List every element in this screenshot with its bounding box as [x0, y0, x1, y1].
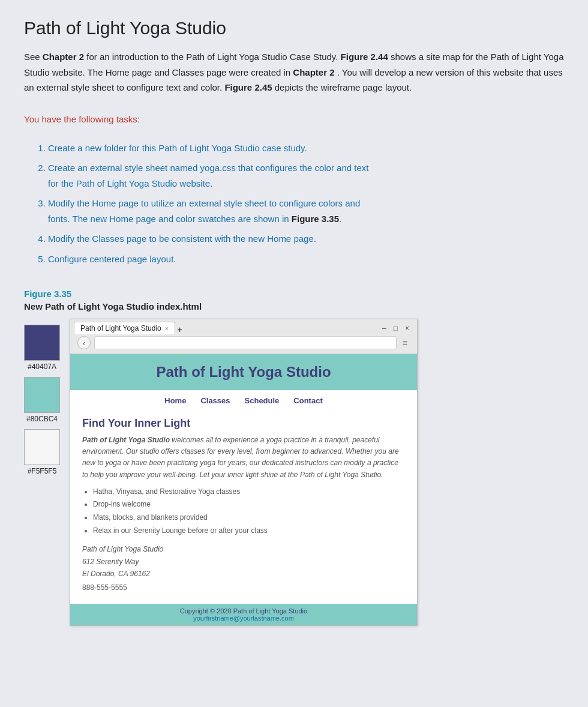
site-address: Path of Light Yoga Studio 612 Serenity W… [82, 543, 405, 580]
intro-text-last: depicts the wireframe page layout. [275, 82, 412, 92]
new-tab-icon[interactable]: + [177, 324, 182, 334]
url-input[interactable] [94, 336, 397, 349]
task-item-1: Create a new folder for this Path of Lig… [48, 140, 564, 156]
swatch-3: #F5F5F5 [24, 429, 60, 475]
address-street: 612 Serenity Way [82, 558, 139, 566]
figure-container: #40407A #80CBC4 #F5F5F5 Path of Light Yo… [24, 319, 564, 626]
address-name: Path of Light Yoga Studio [82, 545, 163, 553]
close-window-icon[interactable]: × [403, 324, 411, 332]
intro-paragraph: See Chapter 2 for an introduction to the… [24, 49, 564, 95]
bullet-1: Hatha, Vinyasa, and Restorative Yoga cla… [93, 486, 405, 499]
chapter2-ref: Chapter 2 [43, 52, 84, 62]
swatch-color-2 [24, 377, 60, 413]
swatch-label-1: #40407A [28, 363, 56, 371]
figure245-ref: Figure 2.45 [224, 82, 272, 92]
site-headline: Find Your Inner Light [82, 417, 405, 430]
nav-classes[interactable]: Classes [200, 396, 230, 405]
swatch-1: #40407A [24, 325, 60, 371]
nav-schedule[interactable]: Schedule [245, 396, 280, 405]
task-item-2: Create an external style sheet named yog… [48, 160, 564, 191]
tasks-list: Create a new folder for this Path of Lig… [48, 140, 564, 267]
site-body-text: Path of Light Yoga Studio welcomes all t… [82, 435, 405, 481]
swatch-label-3: #F5F5F5 [28, 467, 57, 475]
website-content: Path of Light Yoga Studio HomeClassesSch… [70, 354, 417, 625]
site-main: Find Your Inner Light Path of Light Yoga… [70, 410, 417, 604]
task-item-5: Configure centered page layout. [48, 251, 564, 267]
tasks-label: You have the following tasks: [24, 114, 564, 124]
swatch-color-1 [24, 325, 60, 361]
swatch-color-3 [24, 429, 60, 465]
task-item-3: Modify the Home page to utilize an exter… [48, 196, 564, 226]
tab-area: Path of Light Yoga Studio × + [74, 322, 182, 334]
browser-chrome: Path of Light Yoga Studio × + – □ × ‹ ≡ [70, 319, 417, 354]
site-nav: HomeClassesScheduleContact [70, 390, 417, 410]
back-button[interactable]: ‹ [77, 336, 91, 349]
bullet-3: Mats, blocks, and blankets provided [93, 511, 405, 525]
bullet-2: Drop-ins welcome [93, 498, 405, 511]
figure-caption: New Path of Light Yoga Studio index.html [24, 301, 564, 311]
nav-home[interactable]: Home [164, 396, 186, 405]
chapter2b-ref: Chapter 2 [293, 67, 334, 77]
minimize-icon[interactable]: – [380, 324, 388, 332]
tab-title: Path of Light Yoga Studio [80, 324, 161, 332]
site-phone: 888-555-5555 [82, 583, 405, 592]
browser-window: Path of Light Yoga Studio × + – □ × ‹ ≡ [70, 319, 418, 626]
color-swatches: #40407A #80CBC4 #F5F5F5 [24, 325, 60, 478]
browser-tab-active[interactable]: Path of Light Yoga Studio × [74, 322, 175, 334]
browser-menu-icon[interactable]: ≡ [400, 338, 410, 347]
browser-tab-row: Path of Light Yoga Studio × + – □ × [74, 322, 413, 334]
nav-contact[interactable]: Contact [293, 396, 322, 405]
window-controls: – □ × [378, 323, 413, 334]
tab-close-icon[interactable]: × [165, 325, 169, 332]
footer-copyright: Copyright © 2020 Path of Light Yoga Stud… [180, 607, 307, 615]
site-header: Path of Light Yoga Studio [70, 354, 417, 390]
browser-address-bar: ‹ ≡ [74, 334, 413, 351]
site-bullets-list: Hatha, Vinyasa, and Restorative Yoga cla… [93, 486, 405, 537]
site-body-italic-end: Path of Light Yoga Studio [300, 471, 381, 479]
address-city: El Dorado, CA 96162 [82, 570, 150, 578]
site-footer: Copyright © 2020 Path of Light Yoga Stud… [70, 604, 417, 625]
swatch-label-2: #80CBC4 [26, 415, 58, 423]
swatch-2: #80CBC4 [24, 377, 60, 423]
figure-label: Figure 3.35 [24, 289, 564, 299]
task-item-4: Modify the Classes page to be consistent… [48, 231, 564, 247]
footer-email[interactable]: yourfirstname@yourlastname.com [74, 615, 413, 622]
bullet-4: Relax in our Serenity Lounge before or a… [93, 525, 405, 538]
figure244-ref: Figure 2.44 [341, 52, 388, 62]
page-title: Path of Light Yoga Studio [24, 18, 564, 38]
site-title: Path of Light Yoga Studio [156, 364, 331, 380]
intro-text-mid: for an introduction to the Path of Light… [86, 52, 340, 62]
maximize-icon[interactable]: □ [392, 324, 400, 332]
